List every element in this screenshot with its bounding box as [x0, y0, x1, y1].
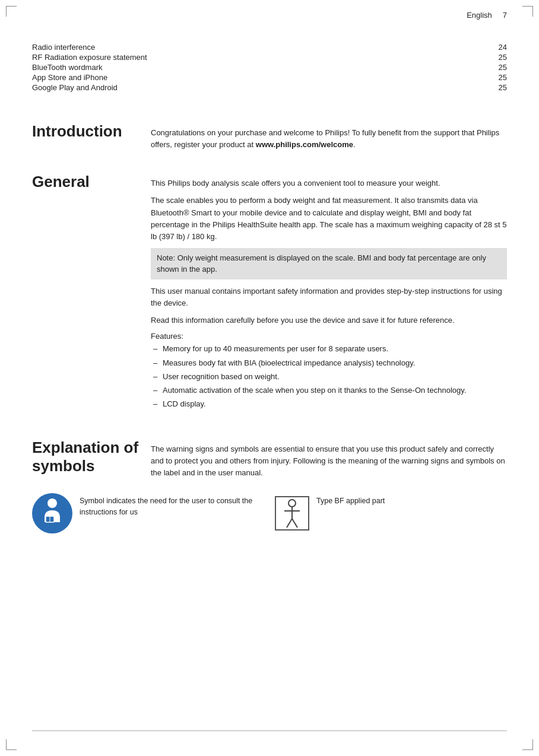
toc-label-4: App Store and iPhone	[32, 73, 489, 82]
feature-item-1: Memory for up to 40 measurements per use…	[151, 343, 507, 355]
bf-applied-icon	[278, 498, 306, 529]
symbol-block-2: Type BF applied part	[275, 493, 507, 531]
svg-point-0	[47, 498, 57, 508]
general-col-right: This Philips body analysis scale offers …	[151, 156, 507, 416]
general-para1: This Philips body analysis scale offers …	[151, 177, 507, 189]
toc-item-3: BlueTooth wordmark 25	[32, 62, 507, 72]
toc-label-2: RF Radiation exposure statement	[32, 53, 489, 62]
toc-page-5: 25	[489, 83, 507, 92]
corner-mark-bl	[6, 739, 17, 750]
toc-section: Radio interference 24 RF Radiation expos…	[32, 42, 507, 93]
features-label: Features:	[151, 332, 507, 341]
symbols-body: The warning signs and symbols are essent…	[151, 443, 507, 479]
general-note: Note: Only weight measurement is display…	[151, 248, 507, 279]
feature-item-4: Automatic activation of the scale when y…	[151, 385, 507, 396]
intro-text-after-link: .	[353, 140, 356, 149]
content-area: Radio interference 24 RF Radiation expos…	[0, 26, 539, 557]
consult-icon	[34, 495, 71, 532]
general-para2: The scale enables you to perform a body …	[151, 195, 507, 243]
toc-label-5: Google Play and Android	[32, 83, 489, 92]
symbols-section: Explanation of symbols The warning signs…	[32, 422, 507, 485]
svg-line-6	[287, 519, 292, 528]
corner-mark-br	[522, 739, 533, 750]
feature-item-3: User recognition based on weight.	[151, 371, 507, 383]
intro-col-right: Congratulations on your purchase and wel…	[151, 106, 507, 156]
symbols-col-left: Explanation of symbols	[32, 422, 151, 485]
symbol-text-1: Symbol indicates the need for the user t…	[80, 493, 264, 518]
intro-col-left: Introduction	[32, 106, 151, 156]
toc-label-1: Radio interference	[32, 43, 489, 52]
general-heading: General	[32, 173, 151, 191]
symbol-icon-1	[32, 493, 72, 533]
language-label: English	[467, 11, 492, 20]
page-number: 7	[503, 11, 507, 20]
toc-page-1: 24	[489, 43, 507, 52]
toc-page-2: 25	[489, 53, 507, 62]
introduction-body: Congratulations on your purchase and wel…	[151, 127, 507, 151]
symbol-text-2: Type BF applied part	[316, 493, 385, 507]
symbols-row: Symbol indicates the need for the user t…	[32, 493, 507, 533]
page-header: English 7	[0, 0, 539, 26]
svg-line-7	[292, 519, 297, 528]
feature-list: Memory for up to 40 measurements per use…	[151, 343, 507, 410]
toc-item-5: Google Play and Android 25	[32, 82, 507, 93]
introduction-heading: Introduction	[32, 122, 151, 141]
feature-item-5: LCD display.	[151, 398, 507, 410]
toc-item-1: Radio interference 24	[32, 42, 507, 52]
symbols-col-right: The warning signs and symbols are essent…	[151, 422, 507, 485]
general-section: General This Philips body analysis scale…	[32, 156, 507, 416]
corner-mark-tr	[522, 6, 533, 17]
general-para4: Read this information carefully before y…	[151, 315, 507, 326]
intro-link-text: www.philips.com/welcome	[256, 140, 353, 149]
bottom-divider	[32, 730, 507, 731]
toc-label-3: BlueTooth wordmark	[32, 63, 489, 72]
symbols-heading: Explanation of symbols	[32, 439, 151, 475]
introduction-section: Introduction Congratulations on your pur…	[32, 106, 507, 156]
toc-item-4: App Store and iPhone 25	[32, 72, 507, 82]
toc-page-3: 25	[489, 63, 507, 72]
feature-item-2: Measures body fat with BIA (bioelectrica…	[151, 357, 507, 369]
general-col-left: General	[32, 156, 151, 416]
general-para3: This user manual contains important safe…	[151, 285, 507, 309]
svg-point-3	[288, 500, 296, 507]
symbol-block-1: Symbol indicates the need for the user t…	[32, 493, 264, 533]
corner-mark-tl	[6, 6, 17, 17]
symbol-icon-2	[275, 496, 309, 531]
page: English 7 Radio interference 24 RF Radia…	[0, 0, 539, 756]
toc-item-2: RF Radiation exposure statement 25	[32, 52, 507, 62]
toc-page-4: 25	[489, 73, 507, 82]
